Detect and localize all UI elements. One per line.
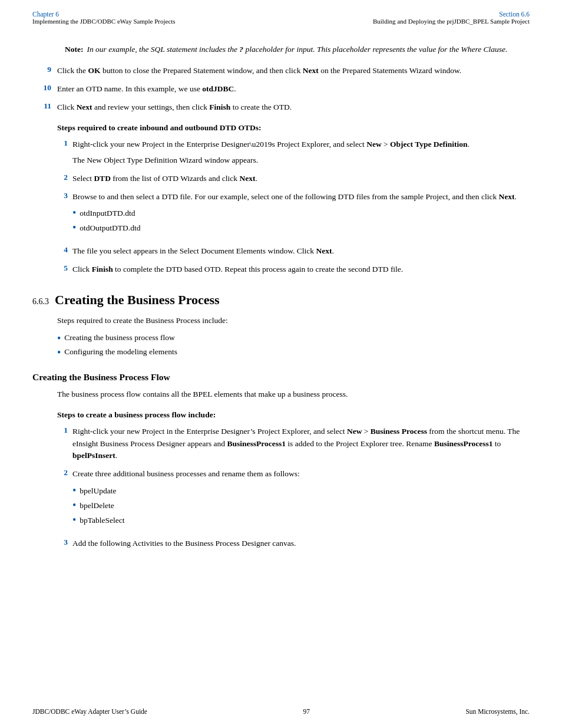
step-num: 2 [57, 173, 72, 185]
chapter-sub: Implementing the JDBC/ODBC eWay Sample P… [32, 18, 176, 25]
list-item: • otdInputDTD.dtd [72, 207, 530, 220]
list-item: 1 Right-click your new Project in the En… [57, 139, 530, 167]
step-text: Click the OK button to close the Prepare… [57, 65, 530, 77]
step-text: Add the following Activities to the Busi… [72, 538, 530, 550]
list-item: 2 Select DTD from the list of OTD Wizard… [57, 173, 530, 185]
bullet-icon: • [72, 515, 76, 526]
note-block: Note: In our example, the SQL statement … [65, 45, 530, 54]
page-footer: JDBC/ODBC eWay Adapter User’s Guide 97 S… [0, 708, 562, 715]
bullet-text: otdInputDTD.dtd [80, 207, 135, 220]
main-content: Note: In our example, the SQL statement … [0, 28, 562, 591]
list-item: 5 Click Finish to complete the DTD based… [57, 263, 530, 276]
step-text: Select DTD from the list of OTD Wizards … [72, 173, 530, 185]
bullet-icon: • [72, 207, 76, 219]
list-item: 3 Add the following Activities to the Bu… [57, 538, 530, 550]
list-item: • bpelUpdate [72, 485, 530, 498]
step-text: Click Finish to complete the DTD based O… [72, 263, 530, 276]
bullet-icon: • [57, 347, 61, 359]
page-header: Chapter 6 Implementing the JDBC/ODBC eWa… [0, 0, 562, 28]
step-num: 11 [32, 101, 57, 114]
step-num: 2 [57, 468, 72, 532]
bullet-icon: • [72, 222, 76, 234]
bullet-text: Creating the business process flow [64, 333, 174, 342]
flow-steps-heading: Steps to create a business process flow … [57, 410, 530, 420]
flow-steps-list: 1 Right-click your new Project in the En… [57, 426, 530, 550]
step-num: 3 [57, 538, 72, 550]
footer-center: 97 [303, 708, 310, 715]
step-text: Right-click your new Project in the Ente… [72, 426, 530, 463]
note-text: In our example, the SQL statement includ… [87, 45, 507, 54]
section-label: Section 6.6 [373, 11, 530, 18]
step-text: Click Next and review your settings, the… [57, 101, 530, 114]
step-text: Enter an OTD name. In this example, we u… [57, 83, 530, 95]
list-item: • bpelDelete [72, 500, 530, 512]
list-item: 10 Enter an OTD name. In this example, w… [32, 83, 530, 95]
step-num: 4 [57, 245, 72, 258]
step-text: Right-click your new Project in the Ente… [72, 139, 530, 167]
flow-step2-bullets: • bpelUpdate • bpelDelete • bpTableSelec… [72, 485, 530, 527]
list-item: • Configuring the modeling elements [57, 347, 530, 359]
dtd-bullet-list: • otdInputDTD.dtd • otdOutputDTD.dtd [72, 207, 530, 235]
footer-left: JDBC/ODBC eWay Adapter User’s Guide [32, 708, 147, 715]
subsection-flow-content: The business process flow contains all t… [57, 388, 530, 550]
step-num: 5 [57, 263, 72, 276]
section-num: 6.6.3 [32, 297, 49, 307]
list-item: 4 The file you select appears in the Sel… [57, 245, 530, 258]
dtd-steps-list: 1 Right-click your new Project in the En… [57, 139, 530, 276]
section-663-content: Steps required to create the Business Pr… [57, 315, 530, 359]
step-text: Create three additional business process… [72, 468, 530, 532]
chapter-label: Chapter 6 [32, 11, 176, 18]
section-663-bullets: • Creating the business process flow • C… [57, 333, 530, 359]
list-item: • Creating the business process flow [57, 333, 530, 345]
section-663-intro: Steps required to create the Business Pr… [57, 315, 530, 327]
section-heading-663: 6.6.3 Creating the Business Process [32, 292, 530, 308]
list-item: 2 Create three additional business proce… [57, 468, 530, 532]
step-num: 1 [57, 139, 72, 167]
bullet-icon: • [72, 485, 76, 497]
bullet-text: otdOutputDTD.dtd [80, 222, 140, 235]
list-item: • otdOutputDTD.dtd [72, 222, 530, 235]
footer-right: Sun Microsystems, Inc. [465, 708, 530, 715]
bullet-icon: • [57, 333, 61, 345]
list-item: 3 Browse to and then select a DTD file. … [57, 191, 530, 240]
list-item: 9 Click the OK button to close the Prepa… [32, 65, 530, 77]
dtd-steps: 1 Right-click your new Project in the En… [57, 139, 530, 276]
header-right: Section 6.6 Building and Deploying the p… [373, 11, 530, 25]
bullet-text: bpTableSelect [80, 515, 124, 527]
step-num: 9 [32, 65, 57, 77]
bullet-icon: • [72, 500, 76, 512]
list-item: • bpTableSelect [72, 515, 530, 527]
subsection-flow-heading: Creating the Business Process Flow [32, 372, 530, 383]
step-num: 3 [57, 191, 72, 240]
step-num: 1 [57, 426, 72, 463]
dtd-steps-heading: Steps required to create inbound and out… [57, 123, 530, 133]
flow-para1: The business process flow contains all t… [57, 388, 530, 401]
step-text: The file you select appears in the Selec… [72, 245, 530, 258]
bullet-text: bpelUpdate [80, 485, 116, 498]
bullet-text: Configuring the modeling elements [64, 347, 177, 357]
list-item: 11 Click Next and review your settings, … [32, 101, 530, 114]
step-text: Browse to and then select a DTD file. Fo… [72, 191, 530, 240]
bullet-text: bpelDelete [80, 500, 114, 512]
section-sub: Building and Deploying the prjJDBC_BPEL … [373, 18, 530, 25]
header-left: Chapter 6 Implementing the JDBC/ODBC eWa… [32, 11, 176, 25]
section-title: Creating the Business Process [55, 292, 220, 308]
main-steps-list: 9 Click the OK button to close the Prepa… [32, 65, 530, 114]
note-label: Note: [65, 45, 83, 54]
list-item: 1 Right-click your new Project in the En… [57, 426, 530, 463]
step-num: 10 [32, 83, 57, 95]
page: Chapter 6 Implementing the JDBC/ODBC eWa… [0, 0, 562, 728]
